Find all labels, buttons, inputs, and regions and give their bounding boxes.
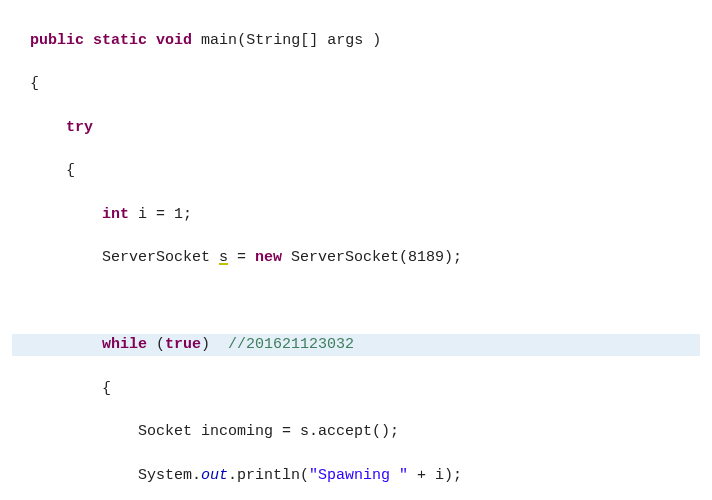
- var-s: s: [219, 249, 228, 266]
- code-line: ServerSocket s = new ServerSocket(8189);: [12, 247, 700, 269]
- brace: {: [102, 380, 111, 397]
- code-block: public static void main(String[] args ) …: [12, 8, 700, 500]
- param-list: (String[] args ): [237, 32, 381, 49]
- code-line: {: [12, 160, 700, 182]
- code-line: int i = 1;: [12, 204, 700, 226]
- int-decl: i = 1;: [129, 206, 192, 223]
- code-line: System.out.println("Spawning " + i);: [12, 465, 700, 487]
- keyword-while: while: [102, 336, 147, 353]
- keyword-void: void: [156, 32, 192, 49]
- code-line: Socket incoming = s.accept();: [12, 421, 700, 443]
- brace: {: [30, 75, 39, 92]
- text: System.: [138, 467, 201, 484]
- keyword-public: public: [30, 32, 84, 49]
- code-line-highlighted: while (true) //201621123032: [12, 334, 700, 356]
- code-line: public static void main(String[] args ): [12, 30, 700, 52]
- text: + i);: [408, 467, 462, 484]
- brace: {: [66, 162, 75, 179]
- keyword-new: new: [255, 249, 282, 266]
- keyword-int: int: [102, 206, 129, 223]
- stmt: Socket incoming = s.accept();: [138, 423, 399, 440]
- text: (: [147, 336, 165, 353]
- text: =: [228, 249, 255, 266]
- keyword-true: true: [165, 336, 201, 353]
- method-name: main: [201, 32, 237, 49]
- field-out: out: [201, 467, 228, 484]
- code-line: {: [12, 378, 700, 400]
- keyword-static: static: [93, 32, 147, 49]
- keyword-try: try: [66, 119, 93, 136]
- ctor-call: ServerSocket(8189);: [282, 249, 462, 266]
- text: ServerSocket: [102, 249, 219, 266]
- comment: //201621123032: [228, 336, 354, 353]
- string-literal: "Spawning ": [309, 467, 408, 484]
- text: .println(: [228, 467, 309, 484]
- code-line: {: [12, 73, 700, 95]
- code-line: [12, 291, 700, 313]
- code-line: try: [12, 117, 700, 139]
- text: ): [201, 336, 228, 353]
